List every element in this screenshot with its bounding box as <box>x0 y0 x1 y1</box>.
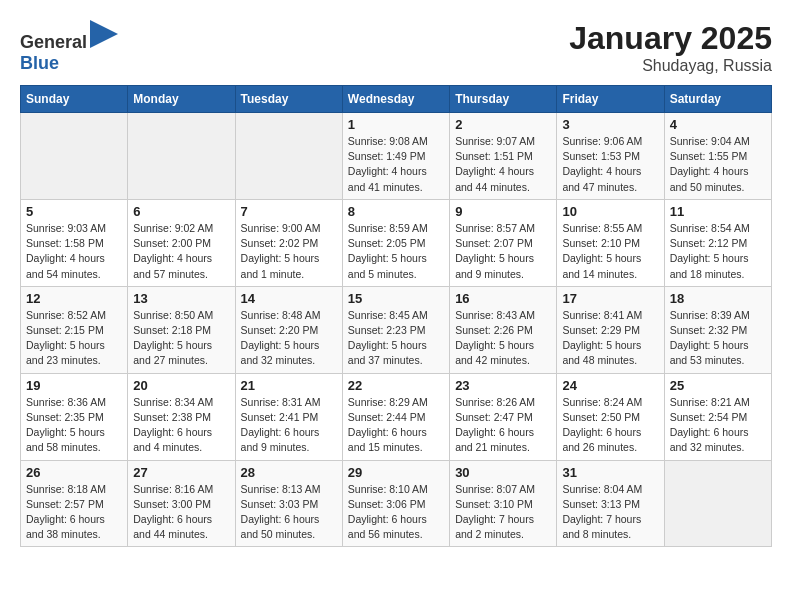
calendar-cell: 25Sunrise: 8:21 AM Sunset: 2:54 PM Dayli… <box>664 373 771 460</box>
calendar-cell: 30Sunrise: 8:07 AM Sunset: 3:10 PM Dayli… <box>450 460 557 547</box>
calendar-cell: 17Sunrise: 8:41 AM Sunset: 2:29 PM Dayli… <box>557 286 664 373</box>
calendar-cell: 1Sunrise: 9:08 AM Sunset: 1:49 PM Daylig… <box>342 113 449 200</box>
calendar-week-row: 5Sunrise: 9:03 AM Sunset: 1:58 PM Daylig… <box>21 199 772 286</box>
calendar-cell: 18Sunrise: 8:39 AM Sunset: 2:32 PM Dayli… <box>664 286 771 373</box>
calendar-cell: 26Sunrise: 8:18 AM Sunset: 2:57 PM Dayli… <box>21 460 128 547</box>
day-number: 11 <box>670 204 766 219</box>
calendar-cell: 21Sunrise: 8:31 AM Sunset: 2:41 PM Dayli… <box>235 373 342 460</box>
day-info: Sunrise: 8:55 AM Sunset: 2:10 PM Dayligh… <box>562 221 658 282</box>
calendar-cell: 8Sunrise: 8:59 AM Sunset: 2:05 PM Daylig… <box>342 199 449 286</box>
day-info: Sunrise: 8:57 AM Sunset: 2:07 PM Dayligh… <box>455 221 551 282</box>
day-number: 16 <box>455 291 551 306</box>
calendar-cell: 13Sunrise: 8:50 AM Sunset: 2:18 PM Dayli… <box>128 286 235 373</box>
calendar-cell: 9Sunrise: 8:57 AM Sunset: 2:07 PM Daylig… <box>450 199 557 286</box>
month-title: January 2025 <box>569 20 772 57</box>
calendar-cell <box>235 113 342 200</box>
day-number: 1 <box>348 117 444 132</box>
day-number: 23 <box>455 378 551 393</box>
day-number: 14 <box>241 291 337 306</box>
weekday-header-row: SundayMondayTuesdayWednesdayThursdayFrid… <box>21 86 772 113</box>
calendar-cell: 29Sunrise: 8:10 AM Sunset: 3:06 PM Dayli… <box>342 460 449 547</box>
day-number: 21 <box>241 378 337 393</box>
day-number: 26 <box>26 465 122 480</box>
day-info: Sunrise: 8:29 AM Sunset: 2:44 PM Dayligh… <box>348 395 444 456</box>
day-info: Sunrise: 9:03 AM Sunset: 1:58 PM Dayligh… <box>26 221 122 282</box>
day-number: 2 <box>455 117 551 132</box>
calendar-week-row: 12Sunrise: 8:52 AM Sunset: 2:15 PM Dayli… <box>21 286 772 373</box>
calendar-cell: 4Sunrise: 9:04 AM Sunset: 1:55 PM Daylig… <box>664 113 771 200</box>
day-number: 22 <box>348 378 444 393</box>
calendar-cell: 24Sunrise: 8:24 AM Sunset: 2:50 PM Dayli… <box>557 373 664 460</box>
day-number: 19 <box>26 378 122 393</box>
weekday-header: Tuesday <box>235 86 342 113</box>
day-number: 25 <box>670 378 766 393</box>
day-number: 12 <box>26 291 122 306</box>
calendar-cell: 19Sunrise: 8:36 AM Sunset: 2:35 PM Dayli… <box>21 373 128 460</box>
calendar-cell: 28Sunrise: 8:13 AM Sunset: 3:03 PM Dayli… <box>235 460 342 547</box>
day-info: Sunrise: 8:50 AM Sunset: 2:18 PM Dayligh… <box>133 308 229 369</box>
day-number: 15 <box>348 291 444 306</box>
day-number: 29 <box>348 465 444 480</box>
logo-general: General <box>20 32 87 52</box>
day-number: 18 <box>670 291 766 306</box>
day-info: Sunrise: 8:26 AM Sunset: 2:47 PM Dayligh… <box>455 395 551 456</box>
day-number: 6 <box>133 204 229 219</box>
calendar-week-row: 26Sunrise: 8:18 AM Sunset: 2:57 PM Dayli… <box>21 460 772 547</box>
weekday-header: Thursday <box>450 86 557 113</box>
day-info: Sunrise: 8:16 AM Sunset: 3:00 PM Dayligh… <box>133 482 229 543</box>
day-info: Sunrise: 8:18 AM Sunset: 2:57 PM Dayligh… <box>26 482 122 543</box>
calendar-cell: 3Sunrise: 9:06 AM Sunset: 1:53 PM Daylig… <box>557 113 664 200</box>
calendar-cell: 22Sunrise: 8:29 AM Sunset: 2:44 PM Dayli… <box>342 373 449 460</box>
day-number: 27 <box>133 465 229 480</box>
calendar-cell: 23Sunrise: 8:26 AM Sunset: 2:47 PM Dayli… <box>450 373 557 460</box>
page-header: General Blue January 2025 Shudayag, Russ… <box>20 20 772 75</box>
day-info: Sunrise: 8:04 AM Sunset: 3:13 PM Dayligh… <box>562 482 658 543</box>
day-info: Sunrise: 8:31 AM Sunset: 2:41 PM Dayligh… <box>241 395 337 456</box>
weekday-header: Saturday <box>664 86 771 113</box>
logo-blue: Blue <box>20 53 59 73</box>
day-info: Sunrise: 8:52 AM Sunset: 2:15 PM Dayligh… <box>26 308 122 369</box>
location: Shudayag, Russia <box>569 57 772 75</box>
calendar-week-row: 19Sunrise: 8:36 AM Sunset: 2:35 PM Dayli… <box>21 373 772 460</box>
calendar-cell: 27Sunrise: 8:16 AM Sunset: 3:00 PM Dayli… <box>128 460 235 547</box>
weekday-header: Sunday <box>21 86 128 113</box>
day-info: Sunrise: 8:24 AM Sunset: 2:50 PM Dayligh… <box>562 395 658 456</box>
day-number: 24 <box>562 378 658 393</box>
day-info: Sunrise: 8:07 AM Sunset: 3:10 PM Dayligh… <box>455 482 551 543</box>
calendar-week-row: 1Sunrise: 9:08 AM Sunset: 1:49 PM Daylig… <box>21 113 772 200</box>
logo-text: General Blue <box>20 20 118 74</box>
day-info: Sunrise: 9:08 AM Sunset: 1:49 PM Dayligh… <box>348 134 444 195</box>
day-info: Sunrise: 8:45 AM Sunset: 2:23 PM Dayligh… <box>348 308 444 369</box>
day-info: Sunrise: 8:13 AM Sunset: 3:03 PM Dayligh… <box>241 482 337 543</box>
calendar-cell: 5Sunrise: 9:03 AM Sunset: 1:58 PM Daylig… <box>21 199 128 286</box>
day-info: Sunrise: 8:39 AM Sunset: 2:32 PM Dayligh… <box>670 308 766 369</box>
day-info: Sunrise: 8:36 AM Sunset: 2:35 PM Dayligh… <box>26 395 122 456</box>
day-info: Sunrise: 8:41 AM Sunset: 2:29 PM Dayligh… <box>562 308 658 369</box>
day-number: 8 <box>348 204 444 219</box>
day-info: Sunrise: 8:34 AM Sunset: 2:38 PM Dayligh… <box>133 395 229 456</box>
day-info: Sunrise: 9:07 AM Sunset: 1:51 PM Dayligh… <box>455 134 551 195</box>
calendar-cell: 2Sunrise: 9:07 AM Sunset: 1:51 PM Daylig… <box>450 113 557 200</box>
day-number: 10 <box>562 204 658 219</box>
day-info: Sunrise: 8:10 AM Sunset: 3:06 PM Dayligh… <box>348 482 444 543</box>
day-info: Sunrise: 8:21 AM Sunset: 2:54 PM Dayligh… <box>670 395 766 456</box>
weekday-header: Friday <box>557 86 664 113</box>
day-info: Sunrise: 9:04 AM Sunset: 1:55 PM Dayligh… <box>670 134 766 195</box>
day-number: 28 <box>241 465 337 480</box>
day-number: 4 <box>670 117 766 132</box>
calendar-cell <box>664 460 771 547</box>
calendar-cell: 20Sunrise: 8:34 AM Sunset: 2:38 PM Dayli… <box>128 373 235 460</box>
day-number: 31 <box>562 465 658 480</box>
day-number: 7 <box>241 204 337 219</box>
calendar-cell: 15Sunrise: 8:45 AM Sunset: 2:23 PM Dayli… <box>342 286 449 373</box>
day-number: 9 <box>455 204 551 219</box>
calendar-cell: 16Sunrise: 8:43 AM Sunset: 2:26 PM Dayli… <box>450 286 557 373</box>
calendar-cell: 10Sunrise: 8:55 AM Sunset: 2:10 PM Dayli… <box>557 199 664 286</box>
day-number: 20 <box>133 378 229 393</box>
day-info: Sunrise: 9:02 AM Sunset: 2:00 PM Dayligh… <box>133 221 229 282</box>
day-info: Sunrise: 8:59 AM Sunset: 2:05 PM Dayligh… <box>348 221 444 282</box>
weekday-header: Monday <box>128 86 235 113</box>
day-number: 5 <box>26 204 122 219</box>
calendar-cell <box>21 113 128 200</box>
title-block: January 2025 Shudayag, Russia <box>569 20 772 75</box>
